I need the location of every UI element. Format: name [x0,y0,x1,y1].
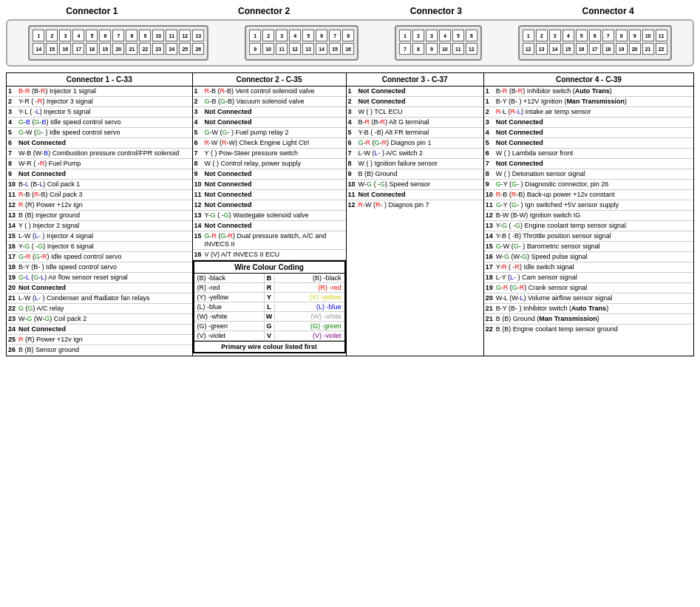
conn3-header: Connector 3 [410,6,462,16]
pin: 12 [179,30,191,41]
pin: 4 [439,30,451,41]
pin: 1 [399,30,411,41]
table-row: 2Not Connected [347,97,483,107]
table-row: 10W-G ( -G) Speed sensor [347,180,483,190]
table-row: 22B (B) Engine coolant temp sensor groun… [484,325,693,335]
pin: 13 [302,43,314,55]
table-row: 3W ( ) TCL ECU [347,107,483,118]
conn4-header: Connector 4 [582,6,634,16]
pin: 7 [112,30,124,41]
pin: 1 [33,30,44,41]
pin: 13 [192,30,204,41]
pin: 22 [139,43,151,55]
pin: 19 [616,43,628,55]
pin: 11 [166,30,177,41]
table-row: 4Not Connected [484,128,693,138]
col1: Connector 1 - C-33 1B-R (B-R) Injector 1… [7,73,193,356]
table-row: 1B-R (B-R) Inhibitor switch (Auto Trans) [484,87,693,97]
table-row: 12R-W (R- ) Diagnos pin 7 [347,200,483,211]
conn2-block: 1 2 3 4 5 6 7 8 9 10 11 12 13 14 15 16 [245,25,359,61]
page: Connector 1 Connector 2 Connector 3 Conn… [0,0,700,362]
table-row: 13Y-G ( -G) Engine coolant temp sensor s… [484,221,693,231]
table-row: 8W ( ) Control relay, power supply [193,159,346,169]
pin: 10 [439,43,451,55]
pin: 4 [563,30,574,41]
pin: 2 [536,30,548,41]
pin: 2 [262,30,274,41]
table-row: 4G-B (G-B) Idle speed control servo [7,118,192,128]
pin: 16 [576,43,588,55]
table-row: 11G-Y (G- ) Ign switched +5V sensor supp… [484,200,693,211]
connector-diagram: 1 2 3 4 5 6 7 8 9 10 11 12 13 14 15 16 1… [6,19,694,67]
table-row: 17G-R (G-R) Idle speed control servo [7,252,192,262]
pin: 8 [412,43,424,55]
wcc-footer: Primary wire colour listed first [194,341,344,352]
wcc-title: Wire Colour Coding [194,262,344,274]
pin: 2 [412,30,424,41]
table-row: 6G-R (G-R) Diagnos pin 1 [347,138,483,149]
table-row: 26B (B) Sensor ground [7,345,192,356]
table-row: 1Not Connected [347,87,483,97]
pin: 6 [466,30,478,41]
table-row: 8W ( ) Ignition failure sensor [347,159,483,169]
table-row: 16W-G (W-G) Speed pulse signal [484,252,693,262]
col1-header: Connector 1 - C-33 [7,73,192,87]
conn3-block: 1 2 3 4 5 6 7 8 9 10 11 12 [395,25,482,61]
table-row: 2R-L (R-L) Intake air temp sensor [484,107,693,118]
pin: 10 [152,30,164,41]
table-row: 18L-Y (L- ) Cam sensor signal [484,273,693,283]
connector-headers: Connector 1 Connector 2 Connector 3 Conn… [6,6,694,16]
pin: 2 [46,30,58,41]
table-row: 9Not Connected [193,169,346,180]
wcc-row-blue: (L) -blue L (L) -blue [194,302,344,312]
table-row: 7W-B (W-B) Combustion pressure control/F… [7,149,192,159]
table-row: 8W ( ) Detonation sensor signal [484,169,693,180]
table-row: 16Y-G ( -G) Injector 6 signal [7,242,192,252]
table-row: 19G-R (G-R) Crank sensor signal [484,283,693,294]
table-row: 9G-Y (G- ) Diagnostic connector, pin 26 [484,180,693,190]
pin: 9 [249,43,261,55]
pin: 14 [33,43,44,55]
table-row: 11Not Connected [193,190,346,200]
table-row: 3Not Connected [484,118,693,128]
pin: 7 [602,30,614,41]
pin: 12 [523,43,534,55]
pin: 12 [289,43,301,55]
table-row: 13B (B) Injector ground [7,211,192,221]
pin: 22 [656,43,667,55]
pin: 8 [616,30,628,41]
table-row: 12R (R) Power +12v Ign [7,200,192,211]
pin: 25 [179,43,191,55]
table-row: 14Not Connected [193,221,346,231]
table-row: 10B-L (B-L) Coil pack 1 [7,180,192,190]
pin: 7 [329,30,341,41]
table-row: 16V (V) A/T INVECS II ECU [193,250,346,260]
table-row: 7Not Connected [484,159,693,169]
wcc-row-red: (R) -red R (R) -red [194,283,344,293]
pin: 6 [99,30,111,41]
pin: 18 [86,43,98,55]
pin: 1 [523,30,534,41]
table-row: 1B-Y (B- ) +12V Ignition (Man Transmissi… [484,97,693,107]
table-row: 3Y-L ( -L) Injector 5 signal [7,107,192,118]
pin: 7 [399,43,411,55]
table-row: 21L-W (L- ) Condenser and Radiator fan r… [7,294,192,304]
pin: 10 [642,30,654,41]
pin: 8 [342,30,354,41]
table-row: 14Y ( ) Injector 2 signal [7,221,192,231]
table-row: 12Not Connected [193,200,346,211]
pin: 14 [316,43,327,55]
table-row: 24Not Connected [7,325,192,335]
table-row: 17Y-R ( -R) Idle switch signal [484,262,693,273]
table-row: 18B-Y (B- ) Idle speed control servo [7,262,192,273]
table-row: 20Not Connected [7,283,192,294]
pin: 11 [276,43,288,55]
table-row: 8W-R ( -R) Fuel Pump [7,159,192,169]
pin: 15 [329,43,341,55]
pin: 17 [589,43,601,55]
wcc-row-violet: (V) -violet V (V) -violet [194,331,344,341]
pin: 21 [642,43,654,55]
table-row: 23W-G (W-G) Coil pack 2 [7,314,192,325]
table-row: 3Not Connected [193,107,346,118]
pin: 1 [249,30,261,41]
